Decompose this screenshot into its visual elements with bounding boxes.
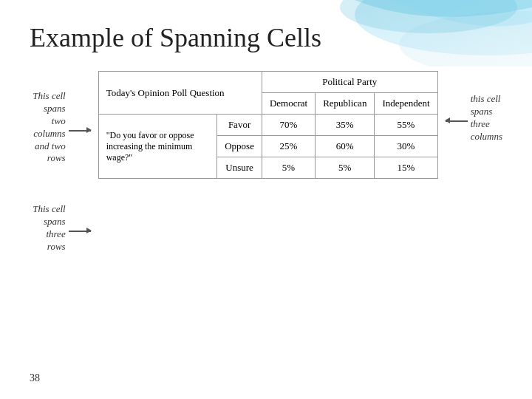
cell-unsure-dem: 5% bbox=[262, 157, 315, 179]
cell-favor-dem: 70% bbox=[262, 115, 315, 136]
cell-favor-label: Favor bbox=[217, 115, 262, 136]
cell-oppose-dem: 25% bbox=[262, 136, 315, 157]
page-number: 38 bbox=[30, 372, 40, 383]
cell-rep-header: Republican bbox=[316, 93, 375, 115]
left-annotations: This cell spans two columns and two rows… bbox=[30, 71, 91, 365]
slide-container: Example of Spanning Cells This cell span… bbox=[0, 0, 532, 399]
cell-political-party: Political Party bbox=[262, 72, 437, 93]
annotation-left-top: This cell spans two columns and two rows bbox=[30, 90, 91, 165]
left-bottom-arrow bbox=[69, 222, 91, 235]
slide-title: Example of Spanning Cells bbox=[30, 22, 502, 53]
cell-opinion-question-header: Today's Opinion Poll Question bbox=[98, 72, 262, 115]
cell-unsure-rep: 5% bbox=[316, 157, 375, 179]
cell-oppose-label: Oppose bbox=[217, 136, 262, 157]
cell-favor-rep: 35% bbox=[316, 115, 375, 136]
slide-footer: 38 bbox=[30, 365, 502, 384]
cell-favor-ind: 55% bbox=[375, 115, 437, 136]
annotation-left-bottom: This cell spans three rows bbox=[30, 203, 91, 253]
left-top-arrow bbox=[69, 121, 91, 134]
table-row-1: Today's Opinion Poll Question Political … bbox=[98, 72, 437, 93]
cell-unsure-ind: 15% bbox=[375, 157, 437, 179]
cell-oppose-rep: 60% bbox=[316, 136, 375, 157]
right-arrow bbox=[446, 112, 468, 125]
annotation-left-bottom-text: This cell spans three rows bbox=[30, 203, 66, 253]
cell-ind-header: Independent bbox=[375, 93, 437, 115]
annotation-right: this cell spans three columns bbox=[446, 93, 502, 143]
content-area: This cell spans two columns and two rows… bbox=[30, 71, 502, 365]
spanning-table: Today's Opinion Poll Question Political … bbox=[98, 71, 438, 179]
cell-unsure-label: Unsure bbox=[217, 157, 262, 179]
cell-question: "Do you favor or oppose increasing the m… bbox=[98, 115, 217, 179]
table-row-favor: "Do you favor or oppose increasing the m… bbox=[98, 115, 437, 136]
cell-dem-header: Democrat bbox=[262, 93, 315, 115]
cell-oppose-ind: 30% bbox=[375, 136, 437, 157]
annotation-right-text: this cell spans three columns bbox=[471, 93, 502, 143]
table-wrapper: Today's Opinion Poll Question Political … bbox=[98, 71, 438, 179]
right-annotation: this cell spans three columns bbox=[446, 71, 502, 143]
annotation-left-top-text: This cell spans two columns and two rows bbox=[30, 90, 66, 165]
